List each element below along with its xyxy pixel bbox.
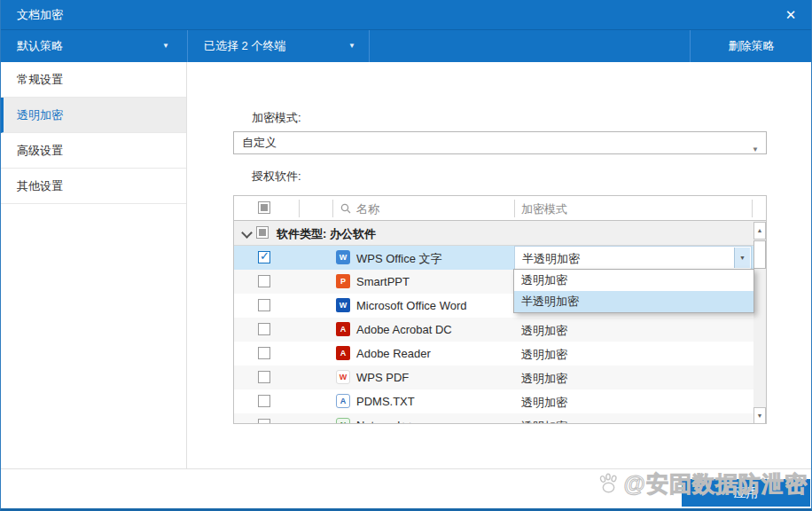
encrypt-mode-select[interactable]: 自定义 ▼ — [233, 131, 767, 154]
table-row[interactable]: W WPS PDF 透明加密 — [234, 366, 753, 389]
txt-file-icon: A — [336, 394, 350, 408]
sidebar-item-transparent-encryption[interactable]: 透明加密 — [1, 98, 186, 133]
paw-logo-icon — [597, 473, 621, 494]
watermark-text: @安固数据防泄密 — [624, 471, 808, 496]
terminal-dropdown-label: 已选择 2 个终端 — [204, 30, 285, 62]
scroll-down-icon[interactable]: ▼ — [753, 407, 766, 424]
row-checkbox[interactable] — [258, 395, 270, 407]
table-row[interactable]: ✓ W WPS Office 文字 半透明加密 ▼ — [234, 246, 753, 270]
vertical-scrollbar[interactable]: ▲ ▼ — [753, 222, 766, 424]
table-header: 名称 加密模式 — [234, 196, 766, 221]
window-title: 文档加密 — [17, 7, 63, 23]
table-row[interactable]: A Adobe Acrobat DC 透明加密 — [234, 318, 753, 342]
column-header-mode[interactable]: 加密模式 — [521, 201, 567, 217]
column-header-name[interactable]: 名称 — [356, 201, 379, 217]
title-bar: 文档加密 ✕ — [1, 0, 811, 29]
mode-combo-value: 半透明加密 — [522, 251, 580, 267]
row-checkbox[interactable] — [258, 347, 270, 359]
table-row[interactable]: A PDMS.TXT 透明加密 — [234, 389, 753, 413]
ms-word-icon: W — [336, 298, 350, 312]
notepad-plus-plus-icon: N — [336, 418, 350, 424]
select-all-checkbox[interactable] — [258, 201, 270, 214]
chevron-down-icon — [241, 227, 253, 239]
policy-dropdown[interactable]: 默认策略 ▼ — [1, 30, 187, 62]
dropdown-option-semi-transparent[interactable]: 半透明加密 — [514, 291, 753, 312]
encrypt-mode-value: 自定义 — [242, 136, 277, 149]
chevron-down-icon: ▼ — [752, 139, 759, 161]
policy-dropdown-label: 默认策略 — [17, 30, 63, 62]
sidebar-item-other[interactable]: 其他设置 — [1, 169, 186, 204]
smartppt-icon: P — [336, 274, 350, 288]
row-checkbox[interactable] — [258, 323, 270, 335]
chevron-down-icon: ▼ — [348, 30, 355, 62]
terminal-dropdown[interactable]: 已选择 2 个终端 ▼ — [188, 30, 369, 62]
toolbar-separator — [369, 30, 370, 62]
row-checkbox[interactable] — [258, 299, 270, 311]
encrypt-mode-label: 加密模式: — [252, 110, 301, 126]
search-icon — [340, 203, 351, 214]
adobe-acrobat-icon: A — [336, 322, 350, 336]
authorized-software-label: 授权软件: — [252, 169, 301, 185]
dropdown-option-transparent[interactable]: 透明加密 — [514, 270, 753, 291]
group-label: 软件类型: 办公软件 — [277, 226, 376, 242]
mode-combo-editor[interactable]: 半透明加密 ▼ — [514, 246, 752, 270]
chevron-down-icon: ▼ — [162, 30, 169, 62]
wps-pdf-icon: W — [336, 370, 350, 384]
delete-policy-button[interactable]: 删除策略 — [690, 30, 812, 62]
wps-writer-icon: W — [336, 250, 350, 264]
row-checkbox-checked[interactable]: ✓ — [258, 251, 270, 263]
document-encryption-dialog: 文档加密 ✕ 默认策略 ▼ 已选择 2 个终端 ▼ 删除策略 常规设置 透明加密… — [0, 0, 812, 511]
policy-toolbar: 默认策略 ▼ 已选择 2 个终端 ▼ 删除策略 — [1, 29, 811, 62]
adobe-reader-icon: A — [336, 346, 350, 360]
scrollbar-thumb[interactable] — [753, 240, 766, 269]
group-row-office-software[interactable]: 软件类型: 办公软件 — [234, 221, 766, 246]
row-checkbox[interactable] — [258, 275, 270, 287]
table-row[interactable]: A Adobe Reader 透明加密 — [234, 342, 753, 366]
combo-dropdown-button[interactable]: ▼ — [734, 248, 750, 268]
group-checkbox[interactable] — [256, 226, 269, 239]
sidebar-item-advanced[interactable]: 高级设置 — [1, 133, 186, 169]
mode-dropdown-popup: 透明加密 半透明加密 — [513, 269, 754, 313]
settings-sidebar: 常规设置 透明加密 高级设置 其他设置 — [1, 62, 187, 468]
watermark: @安固数据防泄密 — [624, 469, 808, 499]
sidebar-item-general[interactable]: 常规设置 — [1, 62, 186, 98]
scroll-up-icon[interactable]: ▲ — [753, 222, 766, 240]
table-row[interactable]: N Notepad++ 透明加密 — [234, 413, 753, 424]
row-checkbox[interactable] — [258, 419, 270, 424]
close-icon[interactable]: ✕ — [781, 5, 800, 25]
row-checkbox[interactable] — [258, 371, 270, 383]
